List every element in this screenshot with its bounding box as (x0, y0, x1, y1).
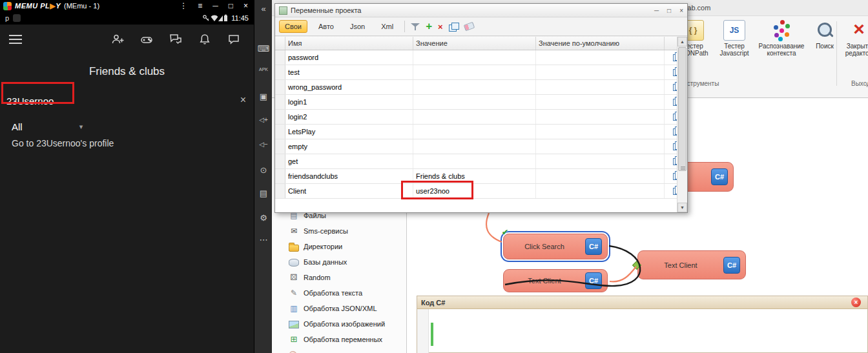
ribbon-button-context[interactable]: Распознаваниеконтекста (752, 19, 811, 81)
table-row[interactable]: password (275, 50, 687, 65)
row-selector[interactable] (275, 80, 285, 94)
memu-settings-icon[interactable]: ⚙ (254, 213, 273, 223)
copy-table-icon[interactable] (449, 23, 459, 31)
filter-dropdown[interactable]: All ▾ (0, 121, 254, 132)
dialog-maximize-button[interactable]: □ (667, 7, 671, 14)
table-row[interactable]: wrong_password (275, 80, 687, 95)
var-name-cell[interactable]: friendsandclubs (285, 169, 413, 183)
maximize-button[interactable]: □ (229, 1, 233, 10)
var-default-cell[interactable] (536, 184, 665, 198)
header-default[interactable]: Значение по-умолчанию (536, 37, 665, 50)
var-default-cell[interactable] (536, 50, 665, 65)
memu-volume-down-icon[interactable]: ◁− (254, 141, 273, 148)
sidebar-item[interactable] (272, 347, 406, 353)
tab-json[interactable]: Json (345, 21, 370, 32)
var-value-cell[interactable] (413, 154, 536, 168)
sidebar-item[interactable]: Обработка переменных (272, 332, 406, 347)
minimize-button[interactable]: ─ (212, 1, 218, 10)
memu-titlebar[interactable]: MEMU PL▶Y (MEmu - 1) ⋮ ≡ ─ □ × (0, 0, 254, 12)
var-default-cell[interactable] (536, 110, 665, 124)
var-default-cell[interactable] (536, 95, 665, 109)
clear-values-icon[interactable] (463, 22, 475, 32)
var-default-cell[interactable] (536, 125, 665, 139)
row-selector[interactable] (275, 169, 285, 183)
row-selector[interactable] (275, 139, 285, 154)
row-selector[interactable] (275, 154, 285, 168)
code-editor[interactable]: var a = project.Context["ADB"];a.Click("… (417, 309, 867, 353)
vertical-scrollbar[interactable]: ▲ ▼ (677, 37, 687, 212)
code-panel-header[interactable]: Код C# × (417, 296, 867, 309)
row-selector[interactable] (275, 50, 285, 65)
var-value-cell[interactable] (413, 50, 536, 65)
var-value-cell[interactable] (413, 139, 536, 154)
table-row[interactable]: LetsPlay (275, 125, 687, 139)
close-button[interactable]: × (243, 1, 248, 10)
dialog-minimize-button[interactable]: ─ (654, 7, 659, 14)
header-name[interactable]: Имя (285, 37, 413, 50)
action-block-click-search[interactable]: ✔ Click Search C# (503, 234, 608, 259)
var-value-cell[interactable]: user23noo (413, 184, 536, 198)
memu-volume-up-icon[interactable]: ◁+ (254, 116, 273, 123)
var-name-cell[interactable]: empty (285, 139, 413, 154)
hamburger-menu-icon[interactable]: ≡ (198, 1, 202, 10)
table-row[interactable]: login2 (275, 110, 687, 125)
sidebar-item[interactable]: Random (272, 270, 406, 285)
action-block-text-client-right[interactable]: Text Client C# (637, 250, 746, 279)
sidebar-item[interactable]: Директории (272, 239, 406, 254)
sidebar-item[interactable]: Обработка JSON/XML (272, 301, 406, 316)
var-value-cell[interactable] (413, 110, 536, 124)
conversations-icon[interactable] (169, 33, 183, 46)
delete-variable-icon[interactable]: × (438, 22, 443, 32)
var-default-cell[interactable] (536, 65, 665, 79)
tab-custom[interactable]: Свои (279, 20, 307, 33)
memu-more-icon[interactable]: ⋯ (254, 235, 273, 245)
sidebar-item[interactable]: Базы данных (272, 254, 406, 270)
app-hamburger-icon[interactable] (9, 35, 22, 44)
table-row[interactable]: login1 (275, 95, 687, 110)
table-row[interactable]: friendsandclubsFriends & clubs (275, 169, 687, 184)
search-input[interactable]: 23Usernoo × (0, 90, 254, 114)
row-selector[interactable] (275, 65, 285, 79)
var-default-cell[interactable] (536, 139, 665, 154)
var-value-cell[interactable] (413, 65, 536, 79)
var-default-cell[interactable] (536, 169, 665, 183)
table-row[interactable]: empty (275, 139, 687, 154)
row-selector[interactable] (275, 95, 285, 109)
row-selector[interactable] (275, 110, 285, 124)
var-name-cell[interactable]: wrong_password (285, 80, 413, 94)
table-row[interactable]: get (275, 154, 687, 169)
controller-icon[interactable] (140, 33, 154, 46)
memu-apk-icon[interactable]: APK (254, 67, 273, 72)
var-name-cell[interactable]: login2 (285, 110, 413, 124)
sidebar-item[interactable]: Обработка изображений (272, 316, 406, 332)
search-suggestion[interactable]: Go to 23Usernoo's profile (0, 138, 254, 148)
var-default-cell[interactable] (536, 154, 665, 168)
tab-auto[interactable]: Авто (313, 21, 339, 32)
dialog-close-button[interactable]: × (679, 7, 683, 14)
scroll-up-arrow[interactable]: ▲ (677, 37, 687, 46)
code-panel-close-icon[interactable]: × (851, 298, 861, 307)
add-variable-icon[interactable]: + (426, 22, 432, 31)
memu-collapse-icon[interactable]: « (254, 4, 273, 14)
header-value[interactable]: Значение (413, 37, 536, 50)
table-row[interactable]: test (275, 65, 687, 80)
var-name-cell[interactable]: password (285, 50, 413, 65)
var-value-cell[interactable] (413, 125, 536, 139)
var-value-cell[interactable]: Friends & clubs (413, 169, 536, 183)
var-default-cell[interactable] (536, 80, 665, 94)
action-block-text-client-lower[interactable]: Text Client C# (503, 269, 608, 292)
var-name-cell[interactable]: get (285, 154, 413, 168)
var-name-cell[interactable]: test (285, 65, 413, 79)
table-row[interactable]: Clientuser23noo (275, 184, 687, 199)
var-value-cell[interactable] (413, 95, 536, 109)
ribbon-button-close-editor[interactable]: Закрытьредактор (838, 19, 868, 81)
add-friend-icon[interactable] (110, 33, 125, 46)
ribbon-button-search[interactable]: Поиск (809, 19, 840, 81)
dialog-titlebar[interactable]: Переменные проекта ─ □ × (275, 4, 687, 17)
var-name-cell[interactable]: Client (285, 184, 413, 198)
memu-keyboard-icon[interactable]: ⌨ (254, 44, 273, 54)
notifications-bell-icon[interactable] (198, 33, 212, 46)
kebab-menu-icon[interactable]: ⋮ (180, 1, 187, 10)
memu-location-icon[interactable]: ⊙ (254, 165, 273, 175)
memu-files-icon[interactable]: ▤ (254, 188, 273, 198)
